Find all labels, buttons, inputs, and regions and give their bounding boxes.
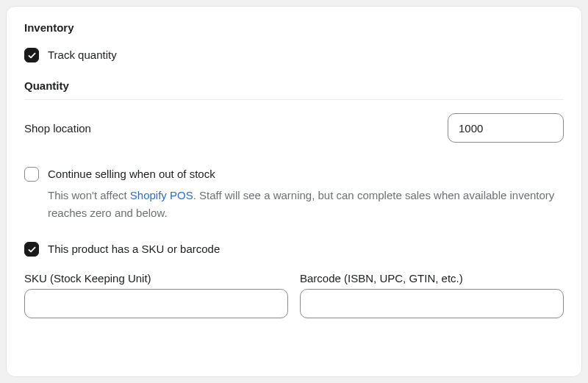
- check-icon: [27, 245, 37, 254]
- sku-barcode-fields: SKU (Stock Keeping Unit) Barcode (ISBN, …: [24, 272, 564, 318]
- track-quantity-checkbox[interactable]: [24, 48, 39, 62]
- track-quantity-row: Track quantity: [24, 47, 564, 63]
- inventory-card: Inventory Track quantity Quantity Shop l…: [6, 6, 582, 377]
- sku-input[interactable]: [24, 289, 288, 318]
- location-quantity-input[interactable]: [448, 113, 564, 143]
- track-quantity-label: Track quantity: [48, 47, 117, 63]
- has-sku-checkbox[interactable]: [24, 242, 39, 257]
- sku-field-wrapper: SKU (Stock Keeping Unit): [24, 272, 288, 318]
- has-sku-row: This product has a SKU or barcode: [24, 241, 564, 257]
- sku-label: SKU (Stock Keeping Unit): [24, 272, 288, 284]
- continue-selling-label: Continue selling when out of stock: [48, 166, 215, 182]
- quantity-location-row: Shop location: [24, 113, 564, 143]
- continue-selling-row: Continue selling when out of stock: [24, 166, 564, 182]
- check-icon: [27, 51, 37, 60]
- shopify-pos-link[interactable]: Shopify POS: [130, 189, 193, 201]
- location-label: Shop location: [24, 122, 91, 135]
- helper-prefix: This won't affect: [48, 189, 130, 201]
- divider: [24, 99, 564, 100]
- continue-selling-checkbox[interactable]: [24, 167, 39, 182]
- barcode-label: Barcode (ISBN, UPC, GTIN, etc.): [300, 272, 564, 284]
- quantity-title: Quantity: [24, 79, 564, 92]
- barcode-field-wrapper: Barcode (ISBN, UPC, GTIN, etc.): [300, 272, 564, 318]
- has-sku-label: This product has a SKU or barcode: [48, 241, 220, 257]
- continue-selling-helper: This won't affect Shopify POS. Staff wil…: [48, 187, 564, 222]
- inventory-title: Inventory: [24, 21, 564, 34]
- barcode-input[interactable]: [300, 289, 564, 318]
